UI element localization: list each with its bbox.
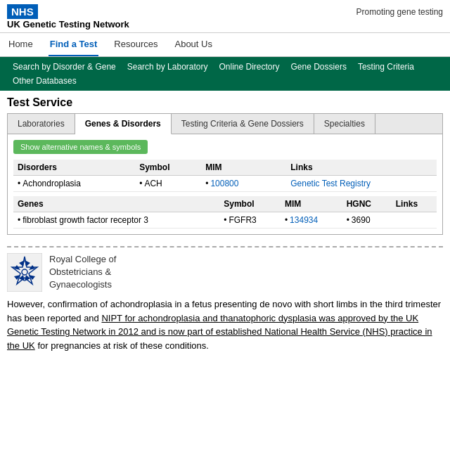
body-text: However, confirmation of achondroplasia … [0, 297, 450, 359]
nhs-logo: NHS UK Genetic Testing Network [7, 4, 129, 30]
main-nav: Home Find a Test Resources About Us [0, 32, 450, 57]
body-text-end: for pregnancies at risk of these conditi… [37, 340, 209, 351]
col-mim: MIM [201, 160, 272, 176]
page-header: NHS UK Genetic Testing Network Promoting… [0, 0, 450, 32]
mim-link[interactable]: 100800 [210, 179, 238, 188]
disorder-mim: •100800 [201, 176, 272, 192]
table-row: •Achondroplasia •ACH •100800 Genetic Tes… [13, 176, 437, 192]
nav-find-test[interactable]: Find a Test [49, 33, 99, 56]
col-symbol: Symbol [135, 160, 201, 176]
subnav-other-db[interactable]: Other Databases [7, 74, 82, 88]
nhs-badge: NHS [7, 4, 38, 19]
header-tagline: Promoting gene testing [356, 4, 443, 17]
section-title: Test Service [7, 96, 443, 109]
tab-content: Show alternative names & symbols Disorde… [8, 134, 442, 234]
disorder-name: •Achondroplasia [13, 176, 135, 192]
sub-nav: Search by Disorder & Gene Search by Labo… [0, 57, 450, 91]
disorder-link: Genetic Test Registry [286, 176, 437, 192]
gene-name: •fibroblast growth factor receptor 3 [13, 212, 219, 229]
college-section: Royal College ofObstetricians &Gynaecolo… [0, 253, 450, 297]
genes-table: Genes Symbol MIM HGNC Links •fibroblast … [13, 196, 437, 229]
gene-links [392, 212, 437, 229]
gene-mim-link[interactable]: 134934 [290, 215, 318, 225]
disorder-symbol: •ACH [135, 176, 201, 192]
gene-hgnc: •3690 [342, 212, 392, 229]
disorders-table: Disorders Symbol MIM Links •Achondroplas… [13, 160, 437, 192]
subnav-testing-criteria[interactable]: Testing Criteria [352, 60, 420, 74]
table-row: •fibroblast growth factor receptor 3 •FG… [13, 212, 437, 229]
section-divider [7, 246, 443, 247]
nav-resources[interactable]: Resources [112, 33, 159, 56]
tab-genes-disorders[interactable]: Genes & Disorders [75, 114, 172, 134]
alt-names-button[interactable]: Show alternative names & symbols [13, 140, 148, 154]
college-name: Royal College ofObstetricians &Gynaecolo… [49, 253, 116, 292]
subnav-online-dir[interactable]: Online Directory [213, 60, 285, 74]
col-disorders: Disorders [13, 160, 135, 176]
gtr-link[interactable]: Genetic Test Registry [290, 179, 371, 188]
nav-home[interactable]: Home [7, 33, 34, 56]
nhs-subtitle: UK Genetic Testing Network [7, 19, 129, 30]
col-genes: Genes [13, 196, 219, 212]
col-gene-mim: MIM [281, 196, 342, 212]
col-gene-links: Links [392, 196, 437, 212]
subnav-search-lab[interactable]: Search by Laboratory [122, 60, 214, 74]
gene-mim: •134934 [281, 212, 342, 229]
college-logo [7, 253, 42, 292]
subnav-search-disorder[interactable]: Search by Disorder & Gene [7, 60, 122, 74]
subnav-gene-dossiers[interactable]: Gene Dossiers [285, 60, 352, 74]
test-service-box: Laboratories Genes & Disorders Testing C… [7, 113, 443, 235]
col-empty [272, 160, 286, 176]
main-content: Test Service Laboratories Genes & Disord… [0, 91, 450, 240]
gene-symbol: •FGFR3 [219, 212, 281, 229]
nav-about-us[interactable]: About Us [173, 33, 213, 56]
tab-bar: Laboratories Genes & Disorders Testing C… [8, 114, 442, 134]
col-links: Links [286, 160, 437, 176]
tab-testing-criteria[interactable]: Testing Criteria & Gene Dossiers [172, 114, 314, 134]
col-hgnc: HGNC [342, 196, 392, 212]
tab-laboratories[interactable]: Laboratories [8, 114, 75, 134]
tab-specialties[interactable]: Specialties [314, 114, 375, 134]
col-gene-symbol: Symbol [219, 196, 281, 212]
